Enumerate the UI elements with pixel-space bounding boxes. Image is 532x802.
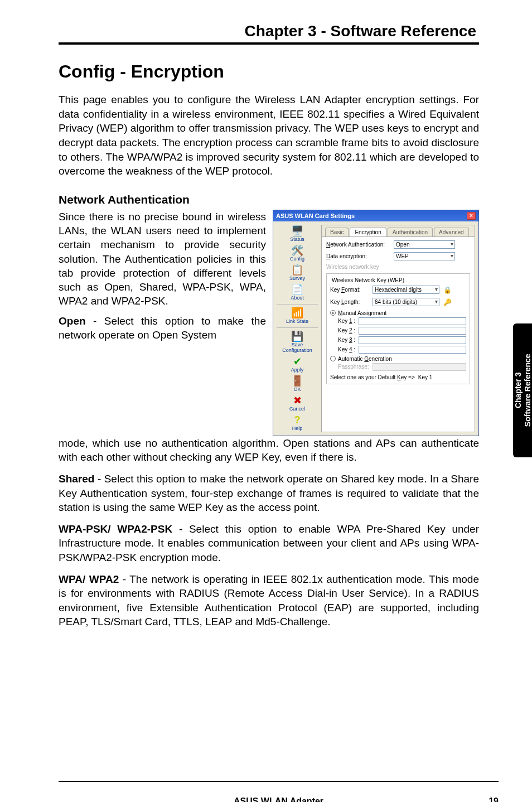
sidebar-separator-2: [277, 327, 318, 328]
sidebar-item-status[interactable]: 🖥️Status: [277, 225, 318, 243]
passphrase-label: Passphrase:: [338, 364, 369, 370]
key-length-label: Key Length:: [330, 299, 369, 305]
sidebar-label-config: Config: [290, 256, 304, 262]
shared-paragraph: Shared - Select this option to make the …: [59, 472, 479, 514]
sidebar-item-apply[interactable]: ✔Apply: [277, 355, 318, 374]
save-icon: 💾: [291, 331, 303, 341]
data-encryption-select[interactable]: WEP: [394, 252, 455, 260]
page-title: Config - Encryption: [59, 61, 479, 82]
sidebar-label-apply: Apply: [291, 367, 304, 373]
key4-label: Key 4 :: [338, 346, 355, 352]
select-default-label: Select one as your Default Key =>: [330, 374, 415, 380]
help-icon: ?: [294, 415, 301, 425]
key3-label: Key 3 :: [338, 337, 355, 343]
manual-assignment-label: Manual Assignment: [338, 310, 386, 316]
sidebar-item-help[interactable]: ?Help: [277, 414, 318, 432]
sidebar-item-survey[interactable]: 📋Survey: [277, 264, 318, 282]
wpa-label: WPA/ WPA2: [59, 573, 119, 585]
sidebar-label-about: About: [291, 295, 304, 301]
manual-assignment-radio[interactable]: ● Manual Assignment: [330, 310, 466, 316]
sidebar-label-status: Status: [290, 236, 304, 242]
sidebar-label-help: Help: [292, 426, 303, 431]
sidebar-item-linkstate[interactable]: 📶Link State: [277, 307, 318, 325]
wpapsk-paragraph: WPA-PSK/ WPA2-PSK - Select this option t…: [59, 522, 479, 564]
window-main-panel: Basic Encryption Authentication Advanced…: [321, 225, 475, 432]
tab-authentication[interactable]: Authentication: [388, 228, 433, 236]
settings-window: ASUS WLAN Card Settings × 🖥️Status 🛠️Con…: [273, 210, 479, 436]
sidebar-item-saveconfig[interactable]: 💾Save Configuration: [277, 330, 318, 354]
sidebar-label-linkstate: Link State: [286, 318, 308, 324]
automatic-generation-radio[interactable]: ○ Automatic Generation: [330, 356, 466, 362]
side-tab-chapter: Chapter 3: [513, 354, 523, 427]
shared-text: - Select this option to make the network…: [59, 473, 479, 513]
lock-icon: 🔒: [443, 286, 452, 294]
radio-selected-icon: ●: [330, 310, 336, 316]
window-titlebar: ASUS WLAN Card Settings ×: [273, 210, 478, 221]
window-sidebar: 🖥️Status 🛠️Config 📋Survey 📄About 📶Link S…: [277, 225, 318, 432]
header-rule: [59, 42, 479, 45]
wpa-paragraph: WPA/ WPA2 - The network is operating in …: [59, 572, 479, 629]
chapter-header: Chapter 3 - Software Reference: [59, 22, 479, 40]
key2-input[interactable]: [359, 327, 466, 335]
key3-input[interactable]: [359, 336, 466, 344]
sidebar-item-config[interactable]: 🛠️Config: [277, 244, 318, 263]
key-length-select[interactable]: 64 bits (10 digits): [373, 298, 439, 306]
ok-icon: 🚪: [291, 376, 303, 386]
key4-input[interactable]: [359, 346, 466, 354]
open-lead-text: - Select this option to make the network…: [59, 315, 266, 341]
footer-page-number: 19: [489, 796, 499, 802]
window-title-text: ASUS WLAN Card Settings: [276, 212, 355, 219]
open-paragraph-continuation: mode, which use no authentication algori…: [59, 436, 479, 465]
tab-basic[interactable]: Basic: [325, 228, 349, 236]
keys-icon: 🔑: [443, 298, 452, 307]
footer-rule: [59, 781, 499, 782]
data-encryption-label: Data encryption:: [326, 253, 390, 259]
key2-label: Key 2 :: [338, 327, 355, 334]
tab-advanced[interactable]: Advanced: [434, 228, 468, 236]
network-auth-label: Network Authentication:: [326, 241, 390, 248]
linkstate-icon: 📶: [291, 308, 303, 318]
passphrase-input: [373, 363, 466, 371]
sidebar-item-cancel[interactable]: ✖Cancel: [277, 394, 318, 413]
status-icon: 🖥️: [291, 226, 303, 236]
wpa-text: - The network is operating in IEEE 802.1…: [59, 573, 479, 627]
tab-encryption[interactable]: Encryption: [350, 228, 386, 236]
wep-legend: Wireless Network Key (WEP): [330, 277, 406, 283]
key1-label: Key 1 :: [338, 318, 355, 324]
survey-icon: 📋: [291, 265, 303, 275]
intro-paragraph: This page enables you to configure the W…: [59, 93, 479, 178]
sidebar-item-about[interactable]: 📄About: [277, 283, 318, 302]
wep-fieldset: Wireless Network Key (WEP) Key Format: H…: [326, 273, 470, 384]
open-option-lead: Open - Select this option to make the ne…: [59, 314, 266, 342]
side-tab: Chapter 3 Software Reference: [513, 323, 532, 457]
cancel-icon: ✖: [293, 395, 302, 405]
wireless-network-key-label: Wireless network key: [326, 264, 390, 270]
side-tab-subtitle: Software Reference: [523, 354, 532, 427]
automatic-generation-label: Automatic Generation: [338, 356, 392, 362]
radio-unselected-icon: ○: [330, 356, 336, 361]
network-auth-paragraph: Since there is no precise bound in wirel…: [59, 210, 266, 308]
sidebar-label-survey: Survey: [289, 276, 305, 281]
default-key-select[interactable]: Key 1: [418, 374, 452, 380]
close-icon[interactable]: ×: [467, 212, 476, 220]
tabs-row: Basic Encryption Authentication Advanced: [322, 225, 475, 237]
key-format-label: Key Format:: [330, 287, 369, 293]
config-icon: 🛠️: [291, 245, 303, 255]
apply-icon: ✔: [293, 356, 302, 366]
sidebar-label-cancel: Cancel: [289, 406, 305, 412]
sidebar-separator: [277, 304, 318, 305]
sidebar-label-saveconfig: Save Configuration: [277, 342, 318, 353]
network-auth-select[interactable]: Open: [394, 240, 455, 249]
footer-center-text: ASUS WLAN Adapter: [59, 796, 499, 802]
sidebar-item-ok[interactable]: 🚪OK: [277, 375, 318, 393]
wpapsk-label: WPA-PSK/ WPA2-PSK: [59, 523, 172, 535]
about-icon: 📄: [291, 284, 303, 294]
open-label: Open: [59, 315, 86, 327]
sidebar-label-ok: OK: [293, 386, 301, 392]
section-title-network-auth: Network Authentication: [59, 193, 479, 206]
shared-label: Shared: [59, 473, 94, 485]
key-format-select[interactable]: Hexadecimal digits: [373, 286, 439, 294]
key1-input[interactable]: [359, 317, 466, 325]
